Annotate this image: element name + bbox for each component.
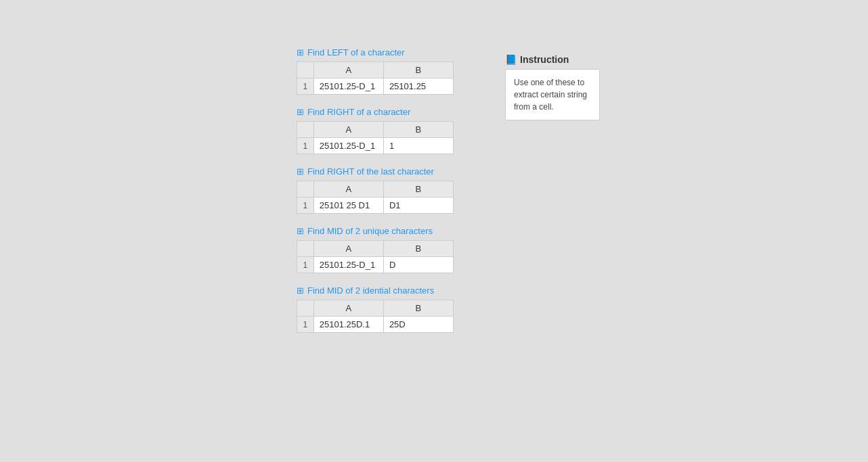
find-left-header-a: A: [313, 62, 383, 78]
find-right-last-row-1-num: 1: [297, 198, 314, 214]
section-find-mid-unique: ⊞ Find MID of 2 unique characters A B 1 …: [297, 226, 459, 273]
find-right-table: A B 1 25101.25-D_1 1: [297, 121, 454, 154]
section-find-right-last: ⊞ Find RIGHT of the last character A B 1…: [297, 166, 459, 214]
find-right-last-header-a: A: [313, 181, 383, 198]
find-right-last-row-1-b: D1: [383, 198, 453, 214]
main-content: ⊞ Find LEFT of a character A B 1 25101.2…: [297, 47, 459, 345]
section-find-right-last-label: Find RIGHT of the last character: [307, 166, 434, 177]
book-icon: 📘: [505, 54, 517, 65]
table-icon-5: ⊞: [297, 285, 304, 296]
find-mid-identical-header-b: B: [383, 300, 453, 317]
section-find-mid-identical-label: Find MID of 2 idential characters: [307, 285, 434, 296]
find-mid-unique-header-num: [297, 241, 314, 257]
table-icon-4: ⊞: [297, 226, 304, 236]
find-mid-identical-table: A B 1 25101.25D.1 25D: [297, 300, 454, 333]
find-right-header-b: B: [383, 122, 453, 138]
find-left-table: A B 1 25101.25-D_1 25101.25: [297, 62, 454, 95]
find-right-header-a: A: [313, 122, 383, 138]
find-mid-unique-header-a: A: [313, 241, 383, 257]
find-mid-identical-row-1: 1 25101.25D.1 25D: [297, 317, 454, 333]
section-find-mid-unique-title: ⊞ Find MID of 2 unique characters: [297, 226, 459, 236]
find-mid-unique-table: A B 1 25101.25-D_1 D: [297, 240, 454, 273]
find-left-row-1-b: 25101.25: [383, 78, 453, 95]
find-left-row-1-num: 1: [297, 78, 314, 95]
find-mid-identical-row-1-b: 25D: [383, 317, 453, 333]
find-mid-identical-header-num: [297, 300, 314, 317]
find-left-row-1: 1 25101.25-D_1 25101.25: [297, 78, 454, 95]
find-left-header-num: [297, 62, 314, 78]
instruction-box: 📘 Instruction Use one of these to extrac…: [505, 54, 600, 120]
find-left-header-b: B: [383, 62, 453, 78]
find-mid-unique-row-1-b: D: [383, 257, 453, 273]
section-find-mid-unique-label: Find MID of 2 unique characters: [307, 226, 433, 236]
instruction-content: Use one of these to extract certain stri…: [505, 69, 600, 120]
instruction-title: 📘 Instruction: [505, 54, 600, 65]
find-mid-unique-row-1: 1 25101.25-D_1 D: [297, 257, 454, 273]
find-mid-unique-header-b: B: [383, 241, 453, 257]
section-find-right: ⊞ Find RIGHT of a character A B 1 25101.…: [297, 107, 459, 154]
table-icon-1: ⊞: [297, 47, 304, 57]
find-right-header-num: [297, 122, 314, 138]
section-find-left-title: ⊞ Find LEFT of a character: [297, 47, 459, 57]
find-mid-unique-row-1-num: 1: [297, 257, 314, 273]
find-right-last-row-1-a: 25101 25 D1: [313, 198, 383, 214]
instruction-title-text: Instruction: [520, 54, 569, 65]
find-left-row-1-a: 25101.25-D_1: [313, 78, 383, 95]
find-right-last-header-b: B: [383, 181, 453, 198]
find-right-last-table: A B 1 25101 25 D1 D1: [297, 181, 454, 214]
page-container: 📘 Instruction Use one of these to extrac…: [0, 0, 868, 462]
find-right-row-1: 1 25101.25-D_1 1: [297, 138, 454, 154]
find-right-last-row-1: 1 25101 25 D1 D1: [297, 198, 454, 214]
find-right-last-header-num: [297, 181, 314, 198]
section-find-right-title: ⊞ Find RIGHT of a character: [297, 107, 459, 117]
find-mid-identical-header-a: A: [313, 300, 383, 317]
instruction-text: Use one of these to extract certain stri…: [514, 78, 587, 112]
find-mid-identical-row-1-num: 1: [297, 317, 314, 333]
table-icon-3: ⊞: [297, 166, 304, 177]
section-find-left: ⊞ Find LEFT of a character A B 1 25101.2…: [297, 47, 459, 95]
find-mid-unique-row-1-a: 25101.25-D_1: [313, 257, 383, 273]
find-right-row-1-num: 1: [297, 138, 314, 154]
find-mid-identical-row-1-a: 25101.25D.1: [313, 317, 383, 333]
section-find-mid-identical: ⊞ Find MID of 2 idential characters A B …: [297, 285, 459, 333]
find-right-row-1-b: 1: [383, 138, 453, 154]
find-right-row-1-a: 25101.25-D_1: [313, 138, 383, 154]
table-icon-2: ⊞: [297, 107, 304, 117]
section-find-left-label: Find LEFT of a character: [307, 47, 405, 57]
section-find-mid-identical-title: ⊞ Find MID of 2 idential characters: [297, 285, 459, 296]
section-find-right-last-title: ⊞ Find RIGHT of the last character: [297, 166, 459, 177]
section-find-right-label: Find RIGHT of a character: [307, 107, 410, 117]
